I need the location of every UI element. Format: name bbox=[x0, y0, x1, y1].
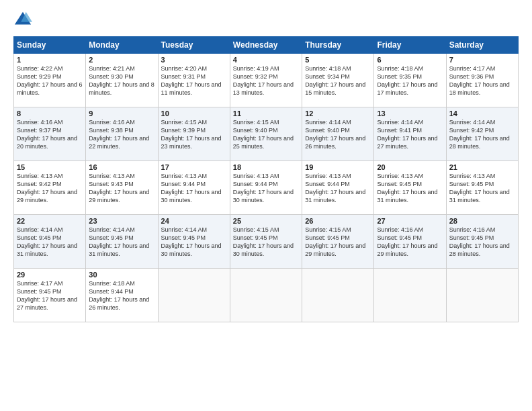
day-info: Sunrise: 4:15 AM Sunset: 9:40 PM Dayligh… bbox=[233, 118, 299, 151]
day-info: Sunrise: 4:20 AM Sunset: 9:31 PM Dayligh… bbox=[161, 64, 227, 97]
calendar-cell bbox=[446, 269, 518, 322]
day-number: 4 bbox=[233, 56, 299, 64]
calendar-cell: 9 Sunrise: 4:16 AM Sunset: 9:38 PM Dayli… bbox=[86, 107, 158, 161]
day-info: Sunrise: 4:13 AM Sunset: 9:45 PM Dayligh… bbox=[377, 172, 443, 205]
day-number: 22 bbox=[17, 217, 83, 225]
day-number: 28 bbox=[449, 217, 515, 225]
calendar-cell: 16 Sunrise: 4:13 AM Sunset: 9:43 PM Dayl… bbox=[86, 161, 158, 215]
calendar-cell: 17 Sunrise: 4:13 AM Sunset: 9:44 PM Dayl… bbox=[158, 161, 230, 215]
column-header-wednesday: Wednesday bbox=[230, 37, 302, 54]
day-info: Sunrise: 4:14 AM Sunset: 9:45 PM Dayligh… bbox=[89, 226, 154, 259]
column-header-friday: Friday bbox=[374, 37, 446, 54]
day-number: 26 bbox=[305, 217, 371, 225]
day-number: 17 bbox=[161, 163, 227, 171]
day-number: 13 bbox=[377, 109, 443, 118]
calendar-cell: 5 Sunrise: 4:18 AM Sunset: 9:34 PM Dayli… bbox=[302, 54, 374, 107]
calendar-week-5: 29 Sunrise: 4:17 AM Sunset: 9:45 PM Dayl… bbox=[14, 269, 519, 322]
calendar-body: 1 Sunrise: 4:22 AM Sunset: 9:29 PM Dayli… bbox=[14, 54, 519, 322]
calendar-cell: 26 Sunrise: 4:15 AM Sunset: 9:45 PM Dayl… bbox=[302, 215, 374, 269]
calendar-cell: 7 Sunrise: 4:17 AM Sunset: 9:36 PM Dayli… bbox=[446, 54, 518, 107]
day-number: 5 bbox=[305, 56, 371, 64]
calendar-cell: 25 Sunrise: 4:15 AM Sunset: 9:45 PM Dayl… bbox=[230, 215, 302, 269]
column-header-sunday: Sunday bbox=[14, 37, 86, 54]
day-info: Sunrise: 4:18 AM Sunset: 9:44 PM Dayligh… bbox=[89, 279, 154, 312]
calendar-cell: 21 Sunrise: 4:13 AM Sunset: 9:45 PM Dayl… bbox=[446, 161, 518, 215]
day-info: Sunrise: 4:17 AM Sunset: 9:45 PM Dayligh… bbox=[17, 279, 83, 312]
day-number: 10 bbox=[161, 109, 227, 118]
day-info: Sunrise: 4:13 AM Sunset: 9:43 PM Dayligh… bbox=[89, 172, 154, 205]
day-info: Sunrise: 4:14 AM Sunset: 9:40 PM Dayligh… bbox=[305, 118, 371, 151]
day-number: 27 bbox=[377, 217, 443, 225]
day-number: 8 bbox=[17, 109, 83, 118]
day-info: Sunrise: 4:14 AM Sunset: 9:45 PM Dayligh… bbox=[161, 226, 227, 259]
day-info: Sunrise: 4:16 AM Sunset: 9:45 PM Dayligh… bbox=[449, 226, 515, 259]
day-number: 29 bbox=[17, 271, 83, 279]
calendar-cell: 29 Sunrise: 4:17 AM Sunset: 9:45 PM Dayl… bbox=[14, 269, 86, 322]
day-info: Sunrise: 4:16 AM Sunset: 9:37 PM Dayligh… bbox=[17, 118, 83, 151]
calendar-cell: 3 Sunrise: 4:20 AM Sunset: 9:31 PM Dayli… bbox=[158, 54, 230, 107]
header bbox=[13, 11, 519, 30]
day-number: 2 bbox=[89, 56, 154, 64]
day-number: 19 bbox=[305, 163, 371, 171]
calendar-cell: 12 Sunrise: 4:14 AM Sunset: 9:40 PM Dayl… bbox=[302, 107, 374, 161]
calendar-cell: 30 Sunrise: 4:18 AM Sunset: 9:44 PM Dayl… bbox=[86, 269, 158, 322]
calendar-cell: 22 Sunrise: 4:14 AM Sunset: 9:45 PM Dayl… bbox=[14, 215, 86, 269]
day-number: 1 bbox=[17, 56, 83, 64]
calendar-week-3: 15 Sunrise: 4:13 AM Sunset: 9:42 PM Dayl… bbox=[14, 161, 519, 215]
calendar-cell: 2 Sunrise: 4:21 AM Sunset: 9:30 PM Dayli… bbox=[86, 54, 158, 107]
calendar-cell: 14 Sunrise: 4:14 AM Sunset: 9:42 PM Dayl… bbox=[446, 107, 518, 161]
day-info: Sunrise: 4:19 AM Sunset: 9:32 PM Dayligh… bbox=[233, 64, 299, 97]
day-number: 9 bbox=[89, 109, 154, 118]
day-number: 30 bbox=[89, 271, 154, 279]
page: SundayMondayTuesdayWednesdayThursdayFrid… bbox=[0, 0, 532, 411]
day-info: Sunrise: 4:13 AM Sunset: 9:42 PM Dayligh… bbox=[17, 172, 83, 205]
calendar-week-1: 1 Sunrise: 4:22 AM Sunset: 9:29 PM Dayli… bbox=[14, 54, 519, 107]
calendar-cell bbox=[158, 269, 230, 322]
day-info: Sunrise: 4:14 AM Sunset: 9:41 PM Dayligh… bbox=[377, 118, 443, 151]
day-info: Sunrise: 4:18 AM Sunset: 9:34 PM Dayligh… bbox=[305, 64, 371, 97]
day-number: 25 bbox=[233, 217, 299, 225]
column-header-tuesday: Tuesday bbox=[158, 37, 230, 54]
calendar-cell bbox=[302, 269, 374, 322]
day-number: 14 bbox=[449, 109, 515, 118]
day-info: Sunrise: 4:22 AM Sunset: 9:29 PM Dayligh… bbox=[17, 64, 83, 97]
calendar-header-row: SundayMondayTuesdayWednesdayThursdayFrid… bbox=[14, 37, 519, 54]
calendar-cell: 11 Sunrise: 4:15 AM Sunset: 9:40 PM Dayl… bbox=[230, 107, 302, 161]
day-info: Sunrise: 4:15 AM Sunset: 9:45 PM Dayligh… bbox=[305, 226, 371, 259]
calendar-cell: 15 Sunrise: 4:13 AM Sunset: 9:42 PM Dayl… bbox=[14, 161, 86, 215]
day-info: Sunrise: 4:21 AM Sunset: 9:30 PM Dayligh… bbox=[89, 64, 154, 97]
day-info: Sunrise: 4:13 AM Sunset: 9:45 PM Dayligh… bbox=[449, 172, 515, 205]
day-info: Sunrise: 4:14 AM Sunset: 9:42 PM Dayligh… bbox=[449, 118, 515, 151]
day-number: 3 bbox=[161, 56, 227, 64]
column-header-saturday: Saturday bbox=[446, 37, 518, 54]
calendar-week-4: 22 Sunrise: 4:14 AM Sunset: 9:45 PM Dayl… bbox=[14, 215, 519, 269]
day-info: Sunrise: 4:17 AM Sunset: 9:36 PM Dayligh… bbox=[449, 64, 515, 97]
day-info: Sunrise: 4:18 AM Sunset: 9:35 PM Dayligh… bbox=[377, 64, 443, 97]
day-number: 21 bbox=[449, 163, 515, 171]
calendar-cell bbox=[230, 269, 302, 322]
calendar-cell bbox=[374, 269, 446, 322]
column-header-thursday: Thursday bbox=[302, 37, 374, 54]
calendar-cell: 24 Sunrise: 4:14 AM Sunset: 9:45 PM Dayl… bbox=[158, 215, 230, 269]
calendar-cell: 13 Sunrise: 4:14 AM Sunset: 9:41 PM Dayl… bbox=[374, 107, 446, 161]
day-number: 23 bbox=[89, 217, 154, 225]
logo bbox=[13, 11, 35, 30]
day-number: 7 bbox=[449, 56, 515, 64]
day-info: Sunrise: 4:13 AM Sunset: 9:44 PM Dayligh… bbox=[161, 172, 227, 205]
day-info: Sunrise: 4:13 AM Sunset: 9:44 PM Dayligh… bbox=[233, 172, 299, 205]
calendar-cell: 20 Sunrise: 4:13 AM Sunset: 9:45 PM Dayl… bbox=[374, 161, 446, 215]
day-number: 20 bbox=[377, 163, 443, 171]
calendar-cell: 4 Sunrise: 4:19 AM Sunset: 9:32 PM Dayli… bbox=[230, 54, 302, 107]
column-header-monday: Monday bbox=[86, 37, 158, 54]
day-info: Sunrise: 4:16 AM Sunset: 9:45 PM Dayligh… bbox=[377, 226, 443, 259]
day-info: Sunrise: 4:15 AM Sunset: 9:45 PM Dayligh… bbox=[233, 226, 299, 259]
calendar-cell: 27 Sunrise: 4:16 AM Sunset: 9:45 PM Dayl… bbox=[374, 215, 446, 269]
calendar-week-2: 8 Sunrise: 4:16 AM Sunset: 9:37 PM Dayli… bbox=[14, 107, 519, 161]
day-info: Sunrise: 4:15 AM Sunset: 9:39 PM Dayligh… bbox=[161, 118, 227, 151]
calendar-cell: 10 Sunrise: 4:15 AM Sunset: 9:39 PM Dayl… bbox=[158, 107, 230, 161]
day-number: 6 bbox=[377, 56, 443, 64]
day-info: Sunrise: 4:16 AM Sunset: 9:38 PM Dayligh… bbox=[89, 118, 154, 151]
calendar-cell: 19 Sunrise: 4:13 AM Sunset: 9:44 PM Dayl… bbox=[302, 161, 374, 215]
calendar-cell: 23 Sunrise: 4:14 AM Sunset: 9:45 PM Dayl… bbox=[86, 215, 158, 269]
calendar-table: SundayMondayTuesdayWednesdayThursdayFrid… bbox=[13, 36, 519, 322]
